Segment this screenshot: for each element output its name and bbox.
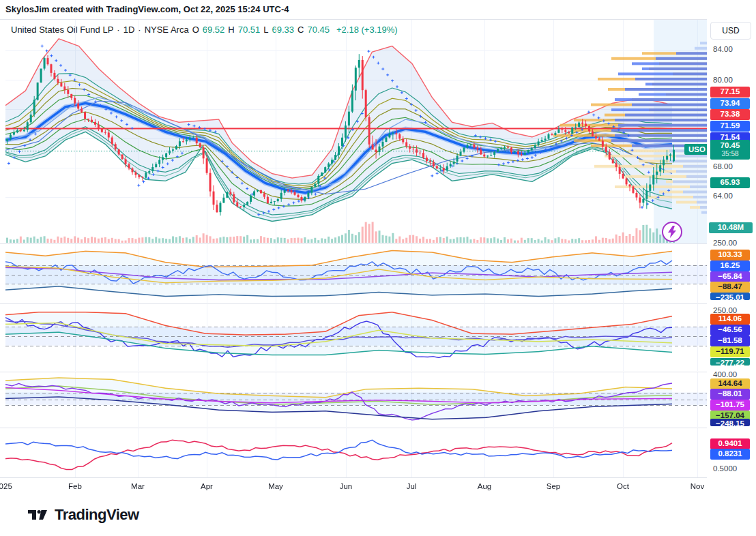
- price-badge: −88.47: [710, 282, 750, 293]
- price-badge: 10.48M: [709, 222, 753, 233]
- tradingview-logo-mark: [27, 507, 48, 523]
- price-badge: −88.01: [710, 389, 750, 400]
- price-tick-label: 64.00: [713, 192, 733, 200]
- time-label: Sep: [547, 482, 560, 490]
- time-label: Mar: [131, 482, 145, 490]
- price-badge: −101.75: [710, 400, 750, 411]
- time-label: Apr: [201, 482, 213, 490]
- instant-trading-button[interactable]: [662, 222, 682, 242]
- indicator-pane-2[interactable]: [5, 304, 707, 371]
- pane-separator[interactable]: [0, 428, 756, 428]
- time-label: Jun: [340, 482, 353, 490]
- price-tick-label: 68.00: [713, 162, 733, 170]
- price-badge: 77.15: [710, 87, 750, 98]
- price-tick-label: 0.5000: [713, 464, 737, 473]
- price-badge: 73.38: [710, 109, 750, 120]
- pane-separator[interactable]: [0, 372, 756, 372]
- price-badge: −46.56: [710, 325, 750, 336]
- price-badge: 70.4535:58: [710, 140, 750, 160]
- time-label: Nov: [690, 482, 704, 490]
- price-tick-label: 400.00: [713, 370, 737, 378]
- price-badge: −119.71: [710, 346, 750, 357]
- price-badge: 0.9401: [710, 438, 750, 449]
- price-badge: −277.22: [710, 358, 750, 366]
- price-tick-label: 250.00: [713, 239, 737, 247]
- time-label: Aug: [478, 482, 491, 490]
- main-price-pane[interactable]: [5, 20, 707, 243]
- price-badge: −248.15: [710, 419, 750, 426]
- countdown-timer: 35:58: [721, 151, 738, 158]
- time-axis[interactable]: 2025FebMarAprMayJunJulAugSepOctNov: [0, 478, 756, 498]
- price-badge: 144.64: [710, 378, 750, 389]
- price-badge: 114.06: [710, 314, 750, 325]
- indicator-pane-3[interactable]: [5, 372, 707, 427]
- time-label: May: [268, 482, 283, 490]
- tradingview-brand-text[interactable]: TradingView: [55, 506, 139, 524]
- indicator-pane-4[interactable]: [5, 428, 707, 477]
- pane-separator[interactable]: [0, 303, 756, 304]
- price-tick-label: 84.00: [713, 45, 733, 53]
- time-label: Oct: [617, 482, 629, 490]
- currency-toggle-button[interactable]: USD: [710, 22, 751, 40]
- price-badge: −235.01: [710, 293, 750, 300]
- price-badge: 65.93: [710, 177, 750, 188]
- time-label: 2025: [0, 482, 12, 490]
- price-badge: 0.8231: [710, 449, 750, 460]
- price-badge: −81.58: [710, 336, 750, 346]
- price-badge: 16.25: [710, 260, 750, 271]
- time-label: Jul: [407, 482, 417, 490]
- indicator-pane-1[interactable]: [5, 244, 707, 303]
- price-badge: 103.33: [710, 250, 750, 260]
- price-axis[interactable]: USD 84.0080.0068.0064.0077.1573.9473.387…: [707, 19, 756, 498]
- price-badge: −65.84: [710, 271, 750, 282]
- symbol-price-label: USO: [684, 144, 710, 155]
- lightning-icon: [667, 226, 678, 238]
- header-credit: SkylosJim created with TradingView.com, …: [5, 4, 289, 14]
- price-badge: 73.94: [710, 98, 750, 109]
- time-label: Feb: [68, 482, 82, 490]
- price-badge: 71.59: [710, 121, 750, 132]
- tradingview-chart-page: { "header": {"credit": "SkylosJim create…: [0, 0, 756, 536]
- price-tick-label: 80.00: [713, 76, 733, 84]
- footer: TradingView: [27, 506, 139, 524]
- pane-separator[interactable]: [0, 243, 756, 244]
